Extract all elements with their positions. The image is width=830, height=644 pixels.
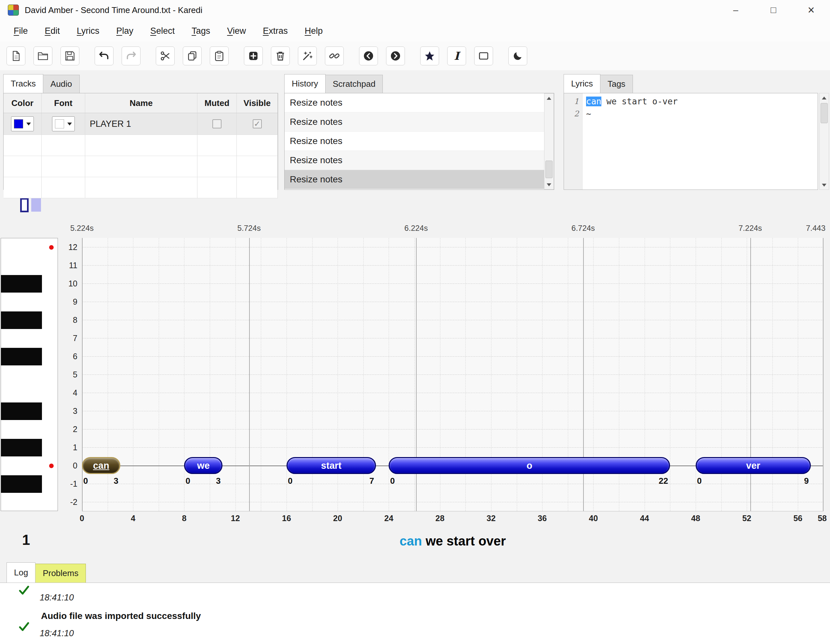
maximize-button[interactable]: □ [754, 0, 792, 20]
history-list: Resize notesResize notesResize notesResi… [285, 93, 544, 190]
note-can[interactable]: can [82, 457, 120, 474]
lyrics-lines: 1can we start o-ver2~ [564, 95, 817, 120]
copy-button[interactable] [183, 46, 202, 65]
menu-item-select[interactable]: Select [142, 26, 183, 36]
muted-checkbox[interactable] [212, 119, 222, 128]
open-file-button[interactable] [33, 46, 52, 65]
lyrics-tab-tags[interactable]: Tags [600, 75, 633, 93]
next-line-icon [390, 50, 401, 62]
night-mode-button[interactable] [508, 46, 527, 65]
lyrics-line[interactable]: 2~ [564, 108, 817, 120]
previous-line-button[interactable] [359, 46, 378, 65]
track-row[interactable]: PLAYER 1✓ [3, 113, 278, 135]
paste-icon [213, 50, 225, 62]
syllable: ~ [586, 109, 591, 119]
copy-icon [186, 50, 198, 62]
beat-label: 28 [436, 514, 445, 523]
lyrics-scrollbar[interactable] [819, 93, 829, 190]
join-notes-button[interactable] [325, 46, 344, 65]
tracks-tab-tracks[interactable]: Tracks [3, 74, 43, 93]
visible-checkbox[interactable]: ✓ [253, 119, 262, 128]
scrollbar-thumb[interactable] [820, 103, 828, 123]
menu-item-tags[interactable]: Tags [183, 26, 219, 36]
lyrics-line[interactable]: 1can we start o-ver [564, 95, 817, 108]
scroll-down-icon[interactable] [820, 180, 829, 190]
cut-button[interactable] [156, 46, 175, 65]
history-item[interactable]: Resize notes [285, 132, 544, 151]
time-label: 6.224s [404, 224, 428, 233]
line-number: 2 [564, 109, 582, 118]
lyrics-editor[interactable]: 1can we start o-ver2~ [564, 93, 818, 190]
history-item[interactable]: Resize notes [285, 112, 544, 132]
gridline [82, 320, 824, 320]
beat-label: 36 [538, 514, 547, 523]
mark-golden-button[interactable] [420, 46, 439, 65]
menu-item-view[interactable]: View [219, 26, 254, 36]
menu-item-file[interactable]: File [5, 26, 36, 36]
note-o[interactable]: o [389, 457, 670, 474]
history-item[interactable]: Resize notes [285, 151, 544, 170]
italic-format-button[interactable]: I [447, 46, 466, 65]
note-start[interactable]: start [287, 457, 376, 474]
menu-item-help[interactable]: Help [296, 26, 331, 36]
undo-button[interactable] [95, 46, 114, 65]
success-check-icon [18, 620, 30, 632]
pitch-label: 0 [58, 456, 78, 475]
gridline [82, 338, 824, 339]
log-tab-log[interactable]: Log [6, 562, 35, 582]
column-header-name: Name [85, 93, 197, 113]
new-document-button[interactable] [6, 46, 25, 65]
chevron-down-icon [67, 123, 72, 125]
note-lyric: ver [746, 460, 760, 471]
scrollbar-thumb[interactable] [545, 161, 553, 178]
tracks-tab-audio[interactable]: Audio [43, 75, 80, 93]
log-tab-problems[interactable]: Problems [35, 564, 86, 582]
lyrics-tab-lyrics[interactable]: Lyrics [564, 74, 600, 93]
new-document-icon [10, 50, 22, 62]
scroll-down-icon[interactable] [545, 180, 554, 189]
delete-notes-button[interactable] [271, 46, 290, 65]
current-line-marker[interactable] [20, 198, 29, 212]
track-color-dropdown[interactable] [11, 116, 34, 131]
auto-format-button[interactable] [298, 46, 317, 65]
add-notes-button[interactable] [244, 46, 263, 65]
redo-button[interactable] [122, 46, 141, 65]
save-button[interactable] [60, 46, 79, 65]
history-item[interactable]: Resize notes [285, 170, 544, 189]
history-scrollbar[interactable] [544, 93, 554, 190]
scroll-up-icon[interactable] [545, 93, 554, 103]
open-file-icon [37, 50, 49, 62]
menu-item-play[interactable]: Play [108, 26, 142, 36]
menu-item-extras[interactable]: Extras [254, 26, 296, 36]
paste-button[interactable] [210, 46, 229, 65]
close-button[interactable]: × [792, 0, 830, 20]
note-grid[interactable]: can03we03start07o022ver09 [82, 238, 824, 511]
next-line-button[interactable] [386, 46, 405, 65]
history-tab-history[interactable]: History [284, 74, 326, 93]
beat-label: 48 [691, 514, 700, 523]
track-visible-cell: ✓ [237, 113, 278, 134]
pitch-label: 7 [58, 329, 78, 347]
pitch-label: 6 [58, 347, 78, 366]
time-label: 6.724s [572, 224, 595, 233]
pitch-label: -1 [58, 475, 78, 493]
history-item[interactable]: Resize notes [285, 93, 544, 112]
note-ver[interactable]: ver [696, 457, 811, 474]
beat-label: 12 [231, 514, 240, 523]
menu-item-edit[interactable]: Edit [36, 26, 69, 36]
select-rectangle-button[interactable] [474, 46, 493, 65]
note-we[interactable]: we [184, 457, 222, 474]
menu-item-lyrics[interactable]: Lyrics [68, 26, 108, 36]
scroll-up-icon[interactable] [820, 93, 829, 103]
tracks-panel: ColorFontNameMutedVisible PLAYER 1✓ [3, 93, 278, 190]
auto-format-icon [301, 50, 313, 62]
time-gridline [823, 238, 824, 511]
track-color-cell [3, 113, 42, 134]
gridline [82, 429, 824, 429]
history-tab-scratchpad[interactable]: Scratchpad [325, 75, 383, 93]
track-row-empty [3, 177, 278, 198]
track-font-dropdown[interactable] [52, 116, 75, 131]
mark-golden-icon [424, 50, 436, 62]
minimize-button[interactable]: – [717, 0, 754, 20]
next-line-marker[interactable] [31, 198, 41, 212]
